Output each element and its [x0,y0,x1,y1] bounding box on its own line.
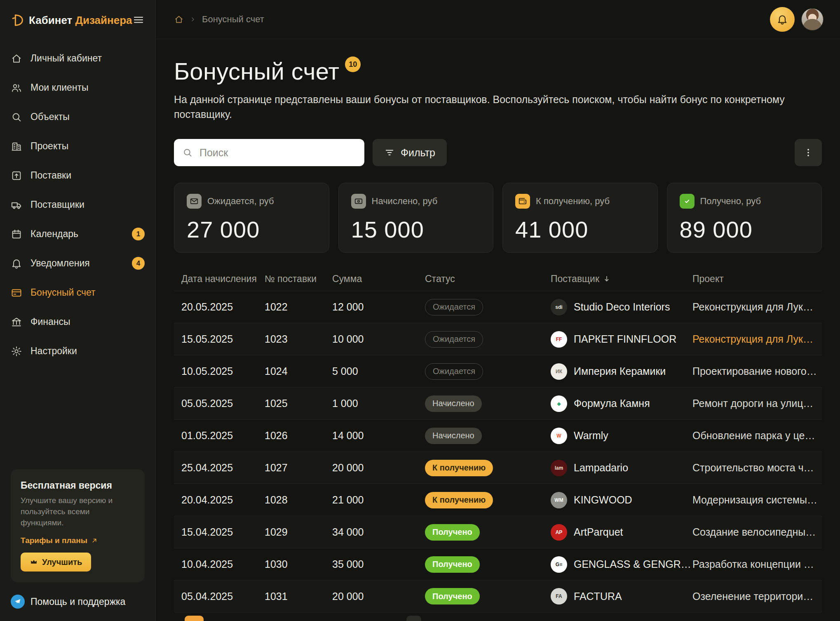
status-badge: Получено [425,556,480,573]
status-badge: Начислено [425,428,482,444]
sidebar-header: Кабинет Дизайнера [11,0,145,40]
table-row[interactable]: 05.05.2025 1025 1 000 Начислено ◆ Формул… [174,387,822,419]
logo-icon [11,13,25,27]
sidebar-item-2[interactable]: Объекты [11,102,145,132]
table-row[interactable]: 15.05.2025 1023 10 000 Ожидается FF ПАРК… [174,323,822,355]
cell-date: 20.04.2025 [181,494,265,506]
gear-icon [11,346,22,357]
sidebar-item-8[interactable]: Бонусный счет [11,278,145,307]
sidebar-item-0[interactable]: Личный кабинет [11,44,145,73]
supplier-name: KINGWOOD [574,494,632,506]
app-logo[interactable]: Кабинет Дизайнера [11,13,132,27]
cell-delivery-number: 1028 [265,494,332,506]
upgrade-button[interactable]: Улучшить [21,553,91,572]
status-badge: Ожидается [425,363,483,380]
cell-delivery-number: 1027 [265,462,332,474]
topbar-actions [770,7,824,32]
stat-value: 41 000 [515,216,645,243]
cell-date: 05.05.2025 [181,398,265,409]
table-row[interactable]: 20.04.2025 1028 21 000 К получению WM KI… [174,484,822,516]
calendar-icon [11,228,22,240]
column-header-0[interactable]: Дата начисления [181,273,265,285]
stat-label: К получению, руб [536,196,610,207]
stat-card: К получению, руб 41 000 [502,183,658,253]
column-header-2[interactable]: Сумма [332,273,425,285]
bank-icon [11,316,22,328]
sidebar-item-badge: 1 [132,228,145,240]
table-row[interactable]: 25.04.2025 1027 20 000 К получению lam L… [174,452,822,484]
sidebar-item-6[interactable]: Календарь 1 [11,219,145,249]
supplier-logo: sdi [551,299,567,315]
sidebar-menu: Личный кабинет Мои клиенты Объекты Проек… [11,44,145,366]
more-actions-button[interactable] [795,139,822,166]
cell-date: 15.05.2025 [181,333,265,345]
search-box [174,139,364,166]
cell-delivery-number: 1031 [265,590,332,602]
table-row[interactable]: 15.04.2025 1029 34 000 Получено AP ArtPa… [174,516,822,548]
brand-second: Дизайнера [75,14,132,26]
column-header-5[interactable]: Проект [692,273,822,285]
tariffs-link[interactable]: Тарифы и планы [21,536,98,545]
help-support[interactable]: Помощь и поддержка [11,582,145,621]
cell-project: Ремонт дороги на улице С... [692,398,822,409]
supplier-logo: ◆ [551,395,567,412]
breadcrumb-home-icon[interactable] [174,14,184,24]
page-content: Бонусный счет 10 На данной странице пред… [156,39,840,621]
sidebar-item-5[interactable]: Поставщики [11,190,145,219]
tariffs-link-label: Тарифы и планы [21,536,87,545]
page-description: На данной странице представлены ваши бон… [174,92,805,122]
supplier-name: GENGLASS & GENGRO... [574,558,692,570]
cell-project: Разработка концепции бла... [692,558,822,570]
stat-card: Начислено, руб 15 000 [338,183,494,253]
crown-icon [30,558,38,566]
cell-date: 01.05.2025 [181,430,265,442]
filter-button[interactable]: Фильтр [373,139,447,166]
sidebar-item-4[interactable]: Поставки [11,161,145,190]
supplier-logo: WM [551,492,567,508]
cell-amount: 14 000 [332,430,425,442]
table-row[interactable]: 10.05.2025 1024 5 000 Ожидается ИК Импер… [174,355,822,387]
column-header-1[interactable]: № поставки [265,273,332,285]
cell-date: 10.05.2025 [181,365,265,377]
supplier-logo: FA [551,588,567,605]
sidebar-item-7[interactable]: Уведомления 4 [11,249,145,278]
cell-amount: 35 000 [332,558,425,570]
table-row[interactable]: 10.04.2025 1030 35 000 Получено G≡ GENGL… [174,548,822,580]
column-header-3[interactable]: Статус [425,273,551,285]
cell-amount: 20 000 [332,462,425,474]
search-input[interactable] [199,146,356,159]
sidebar-item-1[interactable]: Мои клиенты [11,73,145,102]
sidebar-item-3[interactable]: Проекты [11,132,145,161]
notifications-button[interactable] [770,7,795,32]
upgrade-text: Улучшите вашу версию и пользуйтесь всеми… [21,495,135,529]
cell-date: 25.04.2025 [181,462,265,474]
upgrade-card: Бесплатная версия Улучшите вашу версию и… [11,469,145,582]
cell-project-link[interactable]: Реконструкция для Лукича [692,333,822,345]
cell-project: Создание велосипедных д... [692,526,822,538]
wallet-icon [515,194,530,209]
card-icon [11,287,22,299]
cell-project: Строительство моста чере... [692,462,822,474]
bonus-count-badge: 10 [345,56,361,72]
bell-icon [11,258,22,269]
controls-row: Фильтр [174,139,822,166]
cell-project: Озеленение территории в... [692,590,822,602]
menu-toggle-button[interactable] [132,13,145,28]
table-row[interactable]: 01.05.2025 1026 14 000 Начислено W Warml… [174,419,822,452]
cell-delivery-number: 1030 [265,558,332,570]
cell-date: 10.04.2025 [181,558,265,570]
check-circle-icon [680,194,695,209]
user-avatar[interactable] [801,8,824,31]
table-row[interactable]: 05.04.2025 1031 20 000 Получено FA FACTU… [174,580,822,612]
sidebar-item-9[interactable]: Финансы [11,307,145,336]
pagination-active-page[interactable] [185,616,204,621]
sidebar-item-10[interactable]: Настройки [11,336,145,366]
pagination-item[interactable] [406,616,421,621]
arrow-up-right-icon [91,537,98,544]
supplier-name: Warmly [574,430,608,442]
column-header-4[interactable]: Поставщик [551,273,692,285]
status-badge: Получено [425,524,480,541]
table-row[interactable]: 20.05.2025 1022 12 000 Ожидается sdi Stu… [174,291,822,323]
cell-delivery-number: 1022 [265,301,332,313]
status-badge: Ожидается [425,299,483,315]
